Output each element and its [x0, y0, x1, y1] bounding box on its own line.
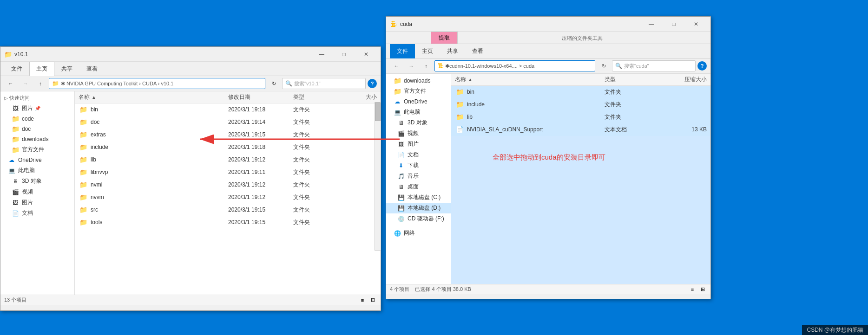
sidebar-item-downloads[interactable]: 📁 downloads [0, 134, 74, 144]
forward-btn-1[interactable]: → [19, 78, 32, 89]
table-row[interactable]: 📁 lib 2020/3/1 19:12 文件夹 [75, 154, 381, 166]
tab-file-2[interactable]: 文件 [390, 44, 415, 58]
sidebar-c-drive[interactable]: 💾 本地磁盘 (C:) [386, 192, 451, 203]
tab-home-2[interactable]: 主页 [415, 44, 440, 58]
sidebar-img-2[interactable]: 🖼 图片 [386, 139, 451, 149]
table-row[interactable]: 📁 lib 文件夹 [451, 111, 710, 123]
sidebar-item-code[interactable]: 📁 code [0, 114, 74, 124]
file-area-1: 名称 ▲ 修改日期 类型 大小 📁 bin 2020/3/1 19:18 文件夹 [75, 91, 381, 295]
close-btn-1[interactable]: ✕ [355, 47, 377, 62]
up-btn-1[interactable]: ↑ [34, 78, 47, 89]
table-row[interactable]: 📁 nvml 2020/3/1 19:12 文件夹 [75, 179, 381, 191]
music-icon-2: 🎵 [397, 173, 405, 180]
back-btn-2[interactable]: ← [390, 60, 403, 71]
tab-file-1[interactable]: 文件 [4, 62, 29, 76]
extract-tool-tab[interactable]: 提取 [431, 32, 458, 44]
folder-icon-official: 📁 [12, 146, 19, 154]
window2-title: cuda [400, 21, 641, 27]
table-row[interactable]: 📁 include 文件夹 [451, 98, 710, 111]
col-header-type-1[interactable]: 类型 [293, 93, 340, 101]
folder-icon: 📁 [79, 180, 88, 189]
refresh-btn-2[interactable]: ↻ [597, 60, 610, 71]
tab-share-2[interactable]: 共享 [440, 44, 465, 58]
sidebar-item-doc[interactable]: 📁 doc [0, 124, 74, 134]
table-row[interactable]: 📄 NVIDIA_SLA_cuDNN_Support 文本文档 13 KB [451, 123, 710, 136]
sidebar-doc-2[interactable]: 📄 文档 [386, 149, 451, 160]
sidebar-network-2[interactable]: 🌐 网络 [386, 228, 451, 238]
table-row[interactable]: 📁 src 2020/3/1 19:15 文件夹 [75, 204, 381, 216]
file-list-2[interactable]: 📁 bin 文件夹 📁 include 文件夹 📁 lib 文件夹 📄 [451, 86, 710, 284]
back-btn-1[interactable]: ← [4, 78, 17, 89]
folder-icon: 📁 [455, 87, 464, 97]
col-header-date-1[interactable]: 修改日期 [228, 93, 293, 101]
sidebar-dl-2[interactable]: 📁 downloads [386, 76, 451, 86]
sidebar-item-1[interactable]: 🖼 图片 📌 [0, 103, 74, 114]
minimize-btn-1[interactable]: — [311, 47, 332, 62]
table-row[interactable]: 📁 extras 2020/3/1 19:15 文件夹 [75, 129, 381, 141]
sidebar-item-pc-1[interactable]: 💻 此电脑 [0, 165, 74, 176]
minimize-btn-2[interactable]: — [641, 17, 662, 32]
maximize-btn-2[interactable]: □ [663, 17, 684, 32]
help-btn-2[interactable]: ? [697, 61, 707, 71]
file-list-1[interactable]: 📁 bin 2020/3/1 19:18 文件夹 📁 doc 2020/3/1 … [75, 103, 381, 295]
table-row[interactable]: 📁 libnvvp 2020/3/1 19:11 文件夹 [75, 166, 381, 179]
col-header-name-1[interactable]: 名称 ▲ [79, 93, 228, 101]
sidebar-music-2[interactable]: 🎵 音乐 [386, 171, 451, 181]
sidebar-item-official[interactable]: 📁 官方文件 [0, 144, 74, 155]
folder-icon: 📁 [79, 130, 88, 139]
close-btn-2[interactable]: ✕ [685, 17, 707, 32]
onedrive-icon-1: ☁ [8, 156, 15, 164]
tab-home-1[interactable]: 主页 [29, 62, 54, 76]
table-row[interactable]: 📁 bin 文件夹 [451, 86, 710, 98]
img-icon-1: 🖼 [12, 105, 19, 112]
list-view-btn-1[interactable]: ≡ [358, 296, 367, 304]
scrollbar-1[interactable] [375, 102, 381, 251]
table-row[interactable]: 📁 tools 2020/3/1 19:15 文件夹 [75, 216, 381, 229]
sidebar-video-2[interactable]: 🎬 视频 [386, 128, 451, 139]
tab-view-1[interactable]: 查看 [79, 62, 105, 76]
list-view-btn-2[interactable]: ≡ [688, 285, 697, 294]
doc-icon-2: 📄 [397, 151, 405, 159]
tab-share-1[interactable]: 共享 [54, 62, 79, 76]
col-header-name-2[interactable]: 名称 ▲ [455, 76, 605, 84]
col-header-type-2[interactable]: 类型 [605, 76, 660, 84]
folder-icon-off2: 📁 [394, 88, 401, 95]
sidebar-official-2[interactable]: 📁 官方文件 [386, 86, 451, 97]
sidebar-item-doc2-1[interactable]: 📄 文档 [0, 208, 74, 219]
sidebar-item-video-1[interactable]: 🎬 视频 [0, 187, 74, 197]
col-header-size-2[interactable]: 压缩大小 [660, 76, 707, 84]
sidebar-3d-2[interactable]: 🖥 3D 对象 [386, 117, 451, 128]
sidebar-item-3d-1[interactable]: 🖥 3D 对象 [0, 176, 74, 187]
refresh-btn-1[interactable]: ↻ [267, 78, 280, 89]
sidebar-desktop-2[interactable]: 🖥 桌面 [386, 181, 451, 192]
col-header-size-1[interactable]: 大小 [340, 93, 377, 101]
tab-view-2[interactable]: 查看 [465, 44, 490, 58]
sidebar-item-onedrive-1[interactable]: ☁ OneDrive [0, 155, 74, 165]
grid-view-btn-1[interactable]: ⊞ [368, 296, 377, 304]
forward-btn-2[interactable]: → [405, 60, 418, 71]
table-row[interactable]: 📁 include 2020/3/1 19:18 文件夹 [75, 141, 381, 154]
scrollbar-thumb-1[interactable] [375, 103, 381, 121]
folder-icon-doc: 📁 [12, 125, 19, 133]
grid-view-btn-2[interactable]: ⊞ [698, 285, 707, 294]
up-btn-2[interactable]: ↑ [420, 60, 433, 71]
address-path-1[interactable]: 📁 ✱ NVIDIA GPU Computing Toolkit › CUDA … [49, 78, 265, 89]
folder-icon-dl2: 📁 [394, 77, 401, 84]
ribbon-tabs-1: 文件 主页 共享 查看 [0, 62, 381, 76]
address-path-2[interactable]: 🗜 ✱ cudnn-10.1-windows10-x64.... > cuda [434, 60, 595, 71]
table-row[interactable]: 📁 doc 2020/3/1 19:14 文件夹 [75, 116, 381, 129]
help-btn-1[interactable]: ? [368, 79, 377, 88]
network-section: 🌐 网络 [386, 228, 451, 238]
sidebar-pc-2[interactable]: 💻 此电脑 [386, 107, 451, 117]
quick-access-header[interactable]: ▷ 快速访问 [0, 93, 74, 103]
table-row[interactable]: 📁 bin 2020/3/1 19:18 文件夹 [75, 103, 381, 116]
table-row[interactable]: 📁 nvvm 2020/3/1 19:12 文件夹 [75, 191, 381, 204]
search-box-2[interactable]: 🔍 搜索"cuda" [612, 60, 696, 71]
sidebar-f-drive[interactable]: 💿 CD 驱动器 (F:) [386, 213, 451, 224]
sidebar-d-drive[interactable]: 💾 本地磁盘 (D:) [386, 203, 451, 213]
maximize-btn-1[interactable]: □ [333, 47, 355, 62]
search-box-1[interactable]: 🔍 搜索"v10.1" [282, 78, 366, 89]
sidebar-item-img-1[interactable]: 🖼 图片 [0, 197, 74, 208]
sidebar-onedrive-2[interactable]: ☁ OneDrive [386, 97, 451, 107]
sidebar-download-2[interactable]: ⬇ 下载 [386, 160, 451, 171]
